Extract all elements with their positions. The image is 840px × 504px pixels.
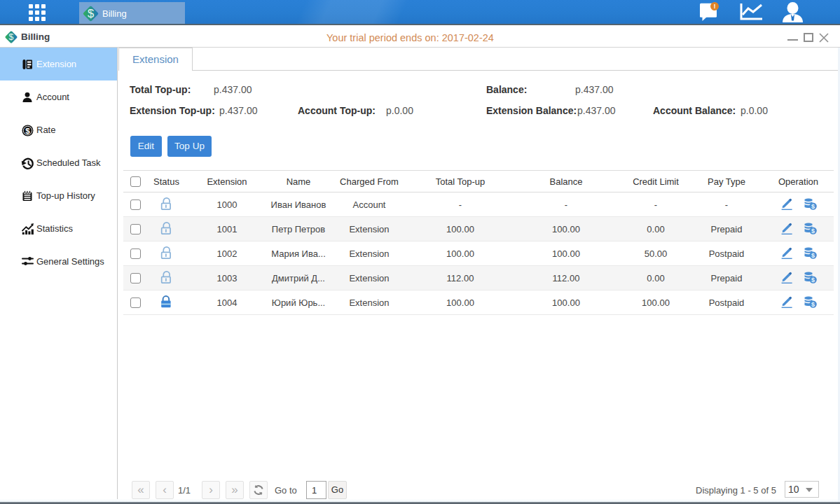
svg-text:$: $ <box>811 276 815 284</box>
svg-text:$: $ <box>811 203 815 210</box>
svg-text:$: $ <box>811 301 815 308</box>
svg-text:$: $ <box>25 127 30 135</box>
svg-text:$: $ <box>9 32 14 42</box>
svg-text:!: ! <box>713 3 715 10</box>
svg-text:$: $ <box>88 7 94 20</box>
svg-text:$: $ <box>811 227 815 234</box>
svg-text:$: $ <box>811 252 815 259</box>
